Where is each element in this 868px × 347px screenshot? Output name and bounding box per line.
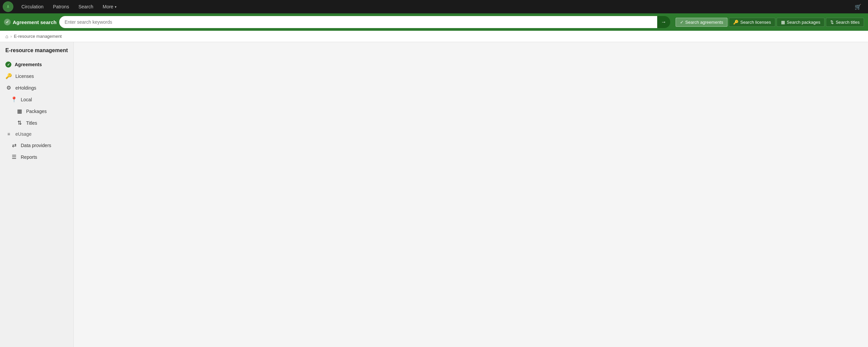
search-agreements-icon: ✓ — [680, 20, 684, 25]
nav-patrons[interactable]: Patrons — [49, 2, 73, 11]
more-chevron-icon: ▾ — [115, 5, 117, 9]
nav-search[interactable]: Search — [74, 2, 97, 11]
main-layout: E-resource management ✓ Agreements 🔑 Lic… — [0, 42, 868, 347]
search-input[interactable] — [59, 16, 657, 28]
main-content — [73, 42, 868, 347]
eholdings-icon: ⚙ — [5, 84, 12, 91]
sidebar-title: E-resource management — [0, 47, 73, 59]
sidebar: E-resource management ✓ Agreements 🔑 Lic… — [0, 42, 73, 347]
sidebar-item-agreements[interactable]: ✓ Agreements — [0, 59, 73, 70]
nav-more[interactable]: More ▾ — [99, 2, 121, 11]
search-label: ✓ Agreement search — [4, 19, 57, 25]
data-providers-icon: ⇄ — [11, 142, 18, 148]
breadcrumb-separator: › — [10, 34, 12, 39]
search-bar: ✓ Agreement search → ✓ Search agreements… — [0, 13, 868, 31]
home-icon[interactable]: ⌂ — [5, 33, 8, 39]
cart-icon[interactable]: 🛒 — [850, 2, 865, 12]
sidebar-item-eholdings[interactable]: ⚙ eHoldings — [0, 82, 73, 94]
top-navigation: Circulation Patrons Search More ▾ 🛒 — [0, 0, 868, 13]
licenses-icon: 🔑 — [5, 73, 12, 79]
sidebar-item-packages[interactable]: ▦ Packages — [0, 105, 73, 117]
search-packages-link[interactable]: ▦ Search packages — [777, 18, 825, 27]
sidebar-item-licenses[interactable]: 🔑 Licenses — [0, 70, 73, 82]
agreement-check-icon: ✓ — [4, 19, 11, 25]
sidebar-item-data-providers[interactable]: ⇄ Data providers — [0, 139, 73, 151]
agreements-icon: ✓ — [5, 62, 11, 68]
local-icon: 📍 — [11, 96, 18, 103]
search-links: ✓ Search agreements 🔑 Search licenses ▦ … — [676, 18, 864, 27]
breadcrumb: ⌂ › E-resource management — [0, 31, 868, 42]
search-licenses-icon: 🔑 — [733, 20, 739, 25]
breadcrumb-crumb: E-resource management — [14, 34, 62, 39]
titles-icon: ⇅ — [16, 120, 23, 126]
reports-icon: ☰ — [11, 154, 18, 160]
nav-circulation[interactable]: Circulation — [18, 2, 48, 11]
search-submit-button[interactable]: → — [657, 16, 670, 28]
sidebar-section-eusage: ≡ eUsage — [0, 129, 73, 139]
eusage-icon: ≡ — [5, 131, 12, 137]
sidebar-item-titles[interactable]: ⇅ Titles — [0, 117, 73, 129]
search-licenses-link[interactable]: 🔑 Search licenses — [729, 18, 775, 27]
search-titles-icon: ⇅ — [830, 20, 834, 25]
search-titles-link[interactable]: ⇅ Search titles — [826, 18, 864, 27]
app-logo[interactable] — [3, 1, 13, 12]
sidebar-item-local[interactable]: 📍 Local — [0, 94, 73, 105]
search-packages-icon: ▦ — [781, 20, 785, 25]
search-agreements-link[interactable]: ✓ Search agreements — [676, 18, 727, 27]
sidebar-item-reports[interactable]: ☰ Reports — [0, 151, 73, 163]
search-input-wrapper: → — [59, 16, 670, 28]
packages-icon: ▦ — [16, 108, 23, 114]
